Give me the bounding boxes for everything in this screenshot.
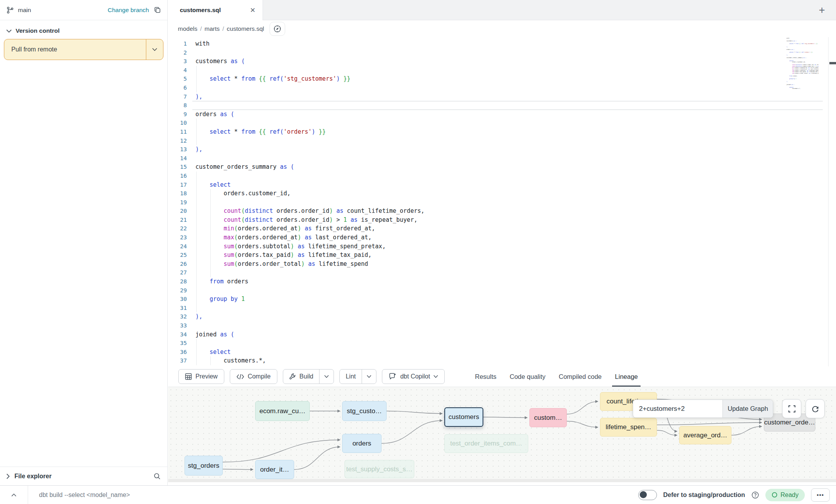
code-line[interactable] <box>192 101 823 110</box>
new-tab-button[interactable]: + <box>816 4 828 16</box>
lineage-search-input[interactable]: 2+customers+2 <box>633 400 722 417</box>
code-line[interactable] <box>192 339 823 348</box>
lineage-node-average_order[interactable]: average_ord… <box>679 426 731 444</box>
pull-dropdown-caret[interactable] <box>146 39 163 60</box>
code-token: 1 <box>241 295 245 302</box>
dbt-copilot-button[interactable]: dbt Copilot <box>382 369 445 384</box>
copy-icon[interactable] <box>154 6 161 14</box>
lint-dropdown-caret[interactable] <box>362 370 376 384</box>
lineage-edge <box>567 401 598 414</box>
lineage-node-order_items[interactable]: order_it… <box>255 460 294 479</box>
command-input[interactable]: dbt build --select <model_name> <box>28 492 638 499</box>
lineage-node-test_order_items[interactable]: test_order_items_com… <box>444 434 528 453</box>
more-options-button[interactable]: ••• <box>811 488 830 502</box>
breadcrumb-file[interactable]: customers.sql <box>227 25 264 32</box>
code-line[interactable] <box>192 172 823 180</box>
build-button[interactable]: Build <box>283 370 319 384</box>
code-editor[interactable]: 1with23customers as (45 select * from {{… <box>168 37 836 366</box>
compass-button[interactable] <box>270 22 285 36</box>
lineage-node-custom_pink[interactable]: custom… <box>529 408 567 427</box>
indent-guide <box>210 251 211 260</box>
lineage-node-lifetime_spend[interactable]: lifetime_spen… <box>600 418 657 437</box>
code-line[interactable]: count(distinct orders.order_id) as count… <box>192 207 823 216</box>
lineage-node-customers[interactable]: customers <box>444 407 483 427</box>
update-graph-button[interactable]: Update Graph <box>722 400 773 417</box>
version-control-header[interactable]: Version control <box>0 20 167 40</box>
code-line[interactable]: select <box>192 180 823 189</box>
search-icon[interactable] <box>153 472 161 480</box>
code-line[interactable] <box>192 118 823 127</box>
change-branch-link[interactable]: Change branch <box>108 7 149 14</box>
lineage-node-ecom[interactable]: ecom.raw_cu… <box>255 401 310 421</box>
code-line[interactable] <box>192 286 823 295</box>
code-line[interactable] <box>192 66 823 75</box>
code-line[interactable]: with <box>192 39 823 48</box>
tab-results[interactable]: Results <box>468 366 503 387</box>
code-line[interactable]: customers as ( <box>192 57 823 66</box>
pull-from-remote-button[interactable]: Pull from remote <box>4 39 163 60</box>
breadcrumb-marts[interactable]: marts <box>204 25 220 32</box>
code-line[interactable]: min(orders.ordered_at) as first_ordered_… <box>192 224 823 233</box>
editor-row: 14 <box>168 154 836 163</box>
build-dropdown-caret[interactable] <box>319 370 334 384</box>
code-line[interactable] <box>192 304 823 313</box>
code-token: 'orders' <box>284 128 312 135</box>
defer-toggle[interactable] <box>638 490 657 500</box>
code-line[interactable]: orders.customer_id, <box>192 189 823 198</box>
code-line[interactable]: group by 1 <box>192 295 823 304</box>
lineage-node-orders[interactable]: orders <box>342 434 382 453</box>
code-line[interactable]: max(orders.ordered_at) as last_ordered_a… <box>192 233 823 242</box>
status-badge[interactable]: Ready <box>765 489 805 501</box>
lineage-panel[interactable]: ecom.raw_cu…stg_custo…customerscustom…co… <box>168 387 836 482</box>
code-line[interactable]: ), <box>192 145 823 154</box>
code-line[interactable]: count(distinct orders.order_id) > 1 as i… <box>192 216 823 225</box>
code-line[interactable]: ), <box>192 312 823 321</box>
code-line[interactable]: select * from {{ ref('orders') }} <box>192 127 823 136</box>
lint-button[interactable]: Lint <box>340 370 362 384</box>
indent-guide <box>210 216 211 225</box>
code-line[interactable] <box>192 48 823 57</box>
code-line[interactable]: orders as ( <box>192 110 823 119</box>
refresh-button[interactable] <box>806 399 825 418</box>
tab-code-quality[interactable]: Code quality <box>503 366 552 387</box>
code-line[interactable]: sum(orders.order_total) as lifetime_spen… <box>192 260 823 269</box>
code-line[interactable]: customer_orders_summary as ( <box>192 163 823 172</box>
code-line[interactable]: select * from {{ ref('stg_customers') }} <box>192 74 823 83</box>
code-token <box>195 216 224 223</box>
compile-button[interactable]: Compile <box>230 369 277 384</box>
breadcrumb-models[interactable]: models <box>178 25 197 32</box>
code-line[interactable] <box>192 268 823 277</box>
code-line[interactable]: select <box>192 348 823 357</box>
code-line[interactable]: joined as ( <box>192 330 823 339</box>
code-line[interactable] <box>192 198 823 207</box>
help-icon[interactable] <box>751 491 759 499</box>
preview-button[interactable]: Preview <box>178 369 224 384</box>
close-icon[interactable]: ✕ <box>250 7 256 14</box>
file-explorer-header[interactable]: File explorer <box>0 467 167 485</box>
lineage-node-test_supply[interactable]: test_supply_costs_s… <box>344 460 414 478</box>
code-token <box>256 128 259 135</box>
line-number: 37 <box>168 356 192 365</box>
code-line[interactable]: sum(orders.tax_paid) as lifetime_tax_pai… <box>192 251 823 260</box>
tab-customers-sql[interactable]: customers.sql ✕ <box>168 0 263 20</box>
lineage-hscrollbar[interactable] <box>168 479 836 482</box>
code-line[interactable]: from orders <box>192 277 823 286</box>
tab-compiled-code[interactable]: Compiled code <box>552 366 608 387</box>
lineage-node-stg_customers[interactable]: stg_custo… <box>342 401 387 421</box>
editor-minimap[interactable]: with customers as ( select * from {{ ref… <box>786 38 818 90</box>
command-bar-expand-button[interactable] <box>0 486 28 504</box>
code-line[interactable] <box>192 154 823 163</box>
line-number: 29 <box>168 286 192 295</box>
code-line[interactable]: customers.*, <box>192 356 823 365</box>
code-line[interactable] <box>192 83 823 92</box>
tab-lineage[interactable]: Lineage <box>608 366 644 387</box>
code-token: first_ordered_at, <box>312 225 375 232</box>
code-line[interactable] <box>192 136 823 145</box>
code-line[interactable] <box>192 321 823 330</box>
lineage-node-stg_orders[interactable]: stg_orders <box>185 456 223 476</box>
fullscreen-button[interactable] <box>782 399 801 418</box>
code-line[interactable]: sum(orders.subtotal) as lifetime_spend_p… <box>192 242 823 251</box>
scroll-position-marker[interactable] <box>829 62 836 64</box>
editor-row: 18 orders.customer_id, <box>168 189 836 198</box>
code-line[interactable]: ), <box>192 92 823 101</box>
